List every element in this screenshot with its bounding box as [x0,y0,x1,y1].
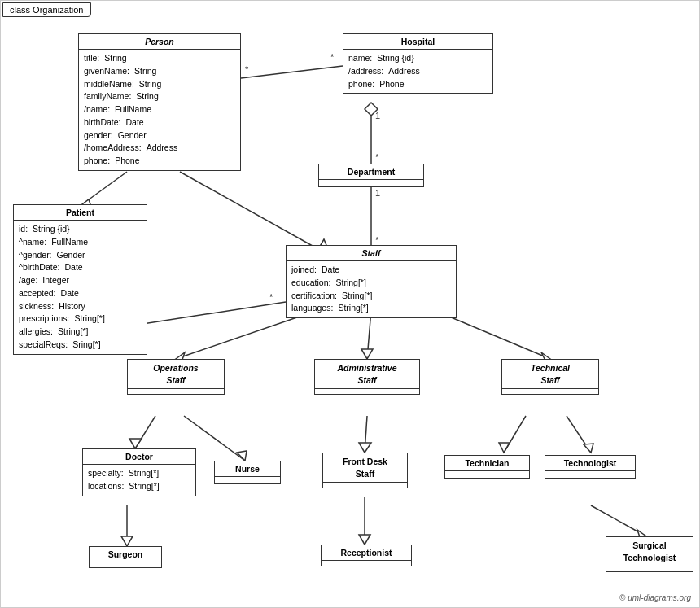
class-administrative-staff: AdministrativeStaff [314,359,420,395]
svg-text:*: * [245,64,249,74]
class-nurse-body [215,477,280,483]
svg-line-12 [180,172,318,249]
svg-text:*: * [330,52,335,62]
class-department: Department [318,164,424,187]
class-surgical-technologist-header: SurgicalTechnologist [606,537,693,566]
class-surgeon-body [90,562,161,567]
svg-text:1: 1 [375,188,380,198]
class-patient-body: id:String {id} ^name:FullName ^gender:Ge… [14,221,147,354]
svg-line-0 [241,66,343,78]
class-front-desk-staff-header: Front DeskStaff [323,453,407,483]
svg-line-31 [567,416,591,453]
class-doctor: Doctor specialty:String[*] locations:Str… [82,448,196,496]
class-surgeon-header: Surgeon [90,547,161,562]
svg-line-29 [504,416,526,453]
class-technical-staff-body [502,389,598,394]
class-doctor-header: Doctor [83,449,195,465]
class-doctor-body: specialty:String[*] locations:String[*] [83,465,195,496]
svg-marker-36 [359,535,370,545]
class-surgical-technologist-body [606,566,693,571]
class-technologist: Technologist [545,455,636,479]
class-surgeon: Surgeon [89,546,162,568]
svg-marker-20 [361,349,373,359]
svg-marker-30 [499,443,510,453]
class-administrative-staff-header: AdministrativeStaff [315,360,419,389]
svg-marker-32 [584,444,593,453]
svg-line-14 [127,302,286,326]
diagram-title: class Organization [2,2,91,17]
class-hospital-header: Hospital [343,34,492,50]
class-staff-body: joined:Date education:String[*] certific… [287,261,456,317]
svg-line-23 [135,416,155,448]
class-technician-body [445,471,529,478]
class-operations-staff: OperationsStaff [127,359,225,395]
class-patient: Patient id:String {id} ^name:FullName ^g… [13,204,147,355]
svg-line-27 [365,416,367,453]
svg-line-10 [82,172,127,204]
class-nurse-header: Nurse [215,461,280,477]
class-administrative-staff-body [315,389,419,394]
class-operations-staff-header: OperationsStaff [128,360,224,389]
svg-text:*: * [269,292,273,302]
class-person: Person title:String givenName:String mid… [78,33,241,171]
class-technician-header: Technician [445,456,529,471]
class-nurse: Nurse [214,461,281,484]
class-technical-staff: TechnicalStaff [501,359,599,395]
class-staff: Staff joined:Date education:String[*] ce… [286,245,457,318]
svg-marker-24 [129,439,142,448]
class-technician: Technician [444,455,530,479]
class-front-desk-staff: Front DeskStaff [322,453,408,488]
class-staff-header: Staff [287,246,456,261]
diagram-container: class Organization * * 1 * 1 * * * [0,0,700,608]
class-receptionist: Receptionist [321,545,412,566]
class-patient-header: Patient [14,205,147,221]
class-technical-staff-header: TechnicalStaff [502,360,598,389]
class-department-header: Department [319,164,423,180]
class-person-body: title:String givenName:String middleName… [79,50,240,170]
svg-marker-4 [365,103,378,116]
copyright: © uml-diagrams.org [619,593,691,602]
svg-text:1: 1 [375,111,380,120]
svg-text:*: * [375,235,379,245]
class-person-header: Person [79,34,240,50]
class-hospital-body: name:String {id} /address:Address phone:… [343,50,492,93]
class-surgical-technologist: SurgicalTechnologist [606,536,693,572]
class-operations-staff-body [128,389,224,394]
class-receptionist-body [322,561,411,566]
svg-line-37 [591,505,646,536]
svg-marker-26 [237,451,247,461]
svg-marker-34 [121,536,133,546]
class-hospital: Hospital name:String {id} /address:Addre… [343,33,493,94]
class-technologist-header: Technologist [545,456,635,471]
class-department-body [319,180,423,186]
class-receptionist-header: Receptionist [322,545,411,561]
svg-text:*: * [375,152,379,162]
svg-marker-28 [359,443,371,453]
class-technologist-body [545,471,635,478]
class-front-desk-staff-body [323,483,407,488]
